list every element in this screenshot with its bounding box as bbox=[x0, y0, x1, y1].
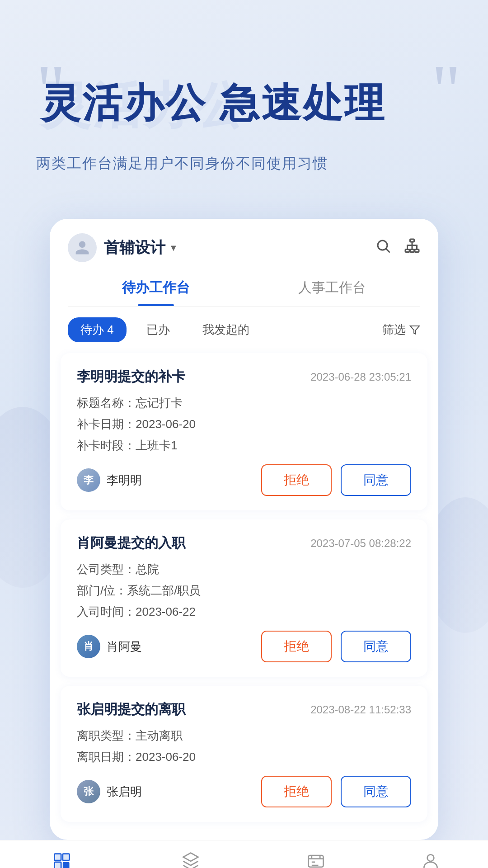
task-field-2: 离职日期：2023-06-20 bbox=[77, 749, 411, 765]
svg-rect-15 bbox=[62, 862, 69, 868]
org-chart-icon[interactable] bbox=[404, 238, 420, 258]
quote-close-icon: " bbox=[432, 54, 461, 127]
task-time: 2023-08-22 11:52:33 bbox=[310, 703, 411, 716]
task-header: 张启明提交的离职 2023-08-22 11:52:33 bbox=[77, 700, 411, 719]
task-field-3: 入司时间：2023-06-22 bbox=[77, 604, 411, 620]
person-icon bbox=[74, 240, 90, 256]
filter-bar: 待办 4 已办 我发起的 筛选 bbox=[50, 307, 438, 353]
svg-line-1 bbox=[386, 249, 389, 252]
task-footer: 肖 肖阿曼 拒绝 同意 bbox=[77, 631, 411, 662]
filter-button[interactable]: 筛选 bbox=[382, 322, 420, 338]
task-title: 肖阿曼提交的入职 bbox=[77, 534, 185, 552]
company-avatar bbox=[68, 233, 97, 262]
task-card: 肖阿曼提交的入职 2023-07-05 08:28:22 公司类型：总院 部门/… bbox=[61, 519, 427, 677]
task-title: 李明明提交的补卡 bbox=[77, 368, 185, 386]
task-field-2: 部门/位：系统二部/职员 bbox=[77, 583, 411, 599]
company-selector[interactable]: 首辅设计 ▼ bbox=[68, 233, 178, 262]
tab-todo-workspace[interactable]: 待办工作台 bbox=[68, 271, 244, 306]
task-field-2: 补卡日期：2023-06-20 bbox=[77, 416, 411, 432]
task-footer: 张 张启明 拒绝 同意 bbox=[77, 776, 411, 807]
task-header: 肖阿曼提交的入职 2023-07-05 08:28:22 bbox=[77, 534, 411, 552]
task-actions: 拒绝 同意 bbox=[261, 776, 411, 807]
task-title: 张启明提交的离职 bbox=[77, 700, 185, 719]
phone-header: 首辅设计 ▼ bbox=[50, 219, 438, 271]
hero-description: 两类工作台满足用户不同身份不同使用习惯 bbox=[36, 154, 461, 174]
approve-button[interactable]: 同意 bbox=[341, 464, 411, 496]
reject-button[interactable]: 拒绝 bbox=[261, 776, 332, 807]
tasks-list: 李明明提交的补卡 2023-06-28 23:05:21 标题名称：忘记打卡 补… bbox=[50, 353, 438, 822]
tab-hr-workspace[interactable]: 人事工作台 bbox=[244, 271, 420, 306]
filter-pending[interactable]: 待办 4 bbox=[68, 317, 127, 342]
task-footer: 李 李明明 拒绝 同意 bbox=[77, 464, 411, 496]
task-field-1: 公司类型：总院 bbox=[77, 561, 411, 577]
task-time: 2023-07-05 08:28:22 bbox=[310, 537, 411, 550]
filter-icon bbox=[409, 325, 420, 335]
hero-section: " " 灵活办公 灵活办公 急速处理 两类工作台满足用户不同身份不同使用习惯 bbox=[0, 0, 488, 201]
svg-point-17 bbox=[427, 854, 434, 861]
user-name: 张启明 bbox=[107, 784, 142, 800]
user-avatar: 张 bbox=[77, 780, 100, 803]
task-field-1: 离职类型：主动离职 bbox=[77, 728, 411, 744]
user-avatar: 李 bbox=[77, 468, 100, 492]
task-user: 张 张启明 bbox=[77, 780, 142, 803]
nav-appcenter[interactable]: 应用中心 bbox=[169, 849, 212, 868]
phone-mockup: 首辅设计 ▼ bbox=[50, 219, 438, 840]
task-field-1: 标题名称：忘记打卡 bbox=[77, 395, 411, 411]
task-user: 肖 肖阿曼 bbox=[77, 635, 142, 658]
filter-label: 筛选 bbox=[382, 322, 406, 338]
mine-icon bbox=[419, 849, 442, 868]
filter-initiated[interactable]: 我发起的 bbox=[190, 317, 262, 342]
hero-title: 灵活办公 急速处理 bbox=[41, 81, 386, 125]
company-text: 首辅设计 bbox=[104, 237, 165, 258]
company-name-label[interactable]: 首辅设计 ▼ bbox=[104, 237, 178, 258]
search-icon[interactable] bbox=[375, 238, 391, 258]
dropdown-arrow-icon: ▼ bbox=[169, 243, 178, 253]
reject-button[interactable]: 拒绝 bbox=[261, 464, 332, 496]
user-name: 肖阿曼 bbox=[107, 639, 142, 655]
task-header: 李明明提交的补卡 2023-06-28 23:05:21 bbox=[77, 368, 411, 386]
header-actions bbox=[375, 238, 420, 258]
workspace-tabs: 待办工作台 人事工作台 bbox=[68, 271, 420, 307]
bottom-nav: 工作台 应用中心 CRM 我 bbox=[0, 840, 488, 868]
approve-button[interactable]: 同意 bbox=[341, 776, 411, 807]
filter-done[interactable]: 已办 bbox=[134, 317, 183, 342]
task-user: 李 李明明 bbox=[77, 468, 142, 492]
task-actions: 拒绝 同意 bbox=[261, 464, 411, 496]
task-field-3: 补卡时段：上班卡1 bbox=[77, 438, 411, 453]
svg-point-0 bbox=[378, 241, 387, 250]
workspace-icon bbox=[50, 849, 74, 868]
task-card: 李明明提交的补卡 2023-06-28 23:05:21 标题名称：忘记打卡 补… bbox=[61, 353, 427, 510]
nav-crm[interactable]: CRM bbox=[303, 849, 328, 868]
reject-button[interactable]: 拒绝 bbox=[261, 631, 332, 662]
appcenter-icon bbox=[179, 849, 202, 868]
user-avatar: 肖 bbox=[77, 635, 100, 658]
svg-marker-11 bbox=[410, 326, 419, 334]
task-actions: 拒绝 同意 bbox=[261, 631, 411, 662]
nav-workspace[interactable]: 工作台 bbox=[46, 849, 78, 868]
task-card: 张启明提交的离职 2023-08-22 11:52:33 离职类型：主动离职 离… bbox=[61, 686, 427, 822]
crm-icon bbox=[304, 849, 328, 868]
task-time: 2023-06-28 23:05:21 bbox=[310, 371, 411, 383]
user-name: 李明明 bbox=[107, 472, 142, 488]
nav-mine[interactable]: 我的 bbox=[419, 849, 442, 868]
approve-button[interactable]: 同意 bbox=[341, 631, 411, 662]
